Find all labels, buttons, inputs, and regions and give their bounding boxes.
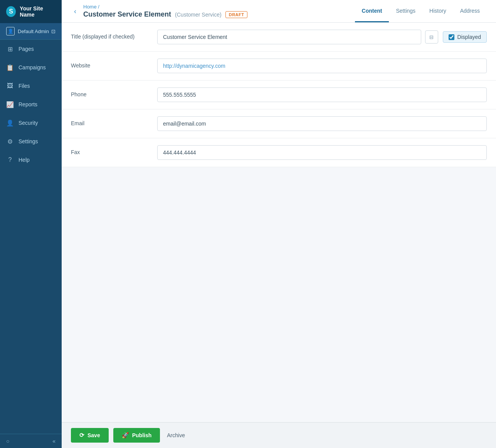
settings-icon: ⚙ [6,138,14,145]
archive-button[interactable]: Archive [165,428,187,442]
phone-input-wrap [157,87,487,102]
format-icon-button[interactable]: ⊟ [425,30,438,44]
sidebar-item-label: Help [18,157,30,163]
archive-label: Archive [167,432,185,438]
footer-circle: ○ [6,438,9,444]
content-area: Title (displayed if checked) ⊟ Displayed [62,23,496,422]
sidebar-bottom: ○ « [0,434,62,448]
sidebar-item-help[interactable]: ? Help [0,151,62,169]
user-icon: 👤 [6,27,15,35]
sidebar-item-label: Campaigns [18,64,46,70]
topbar: ‹ Home / Customer Service Element (Custo… [62,0,496,23]
footer-bar: ⟳ Save 🚀 Publish Archive [62,422,496,448]
title-area: Home / Customer Service Element (Custome… [83,4,247,18]
form-row-email: Email [62,109,496,138]
displayed-checkbox[interactable] [449,34,454,40]
fax-input-wrap [157,145,487,160]
publish-icon: 🚀 [122,432,129,439]
collapse-button[interactable]: « [52,438,55,444]
site-logo[interactable]: S Your Site Name [0,0,62,23]
sidebar-item-settings[interactable]: ⚙ Settings [0,132,62,151]
tab-history[interactable]: History [422,0,453,22]
publish-label: Publish [132,432,152,438]
sidebar-item-pages[interactable]: ⊞ Pages [0,40,62,58]
form-row-title: Title (displayed if checked) ⊟ Displayed [62,23,496,52]
sidebar-item-reports[interactable]: 📈 Reports [0,95,62,114]
save-icon: ⟳ [79,432,84,439]
logo-icon: S [6,6,16,17]
breadcrumb-home[interactable]: Home [83,4,97,10]
sidebar-item-label: Files [18,83,30,89]
label-website: Website [71,62,148,70]
tab-content[interactable]: Content [355,0,389,22]
website-input[interactable] [157,59,487,73]
pages-icon: ⊞ [6,45,14,53]
email-input[interactable] [157,116,487,131]
sidebar-item-campaigns[interactable]: 📋 Campaigns [0,58,62,77]
page-title: Customer Service Element [83,10,171,18]
displayed-label: Displayed [457,34,481,40]
form-row-fax: Fax [62,138,496,167]
title-input[interactable] [157,30,421,44]
sidebar-item-label: Settings [18,138,38,144]
label-email: Email [71,120,148,128]
security-icon: 👤 [6,119,14,127]
format-icon: ⊟ [429,34,434,40]
sidebar-footer: ○ « [0,434,62,448]
displayed-checkbox-label[interactable]: Displayed [443,31,487,43]
sidebar-item-label: Security [18,120,38,126]
fax-input[interactable] [157,145,487,160]
page-subtitle: (Customer Service) [175,12,222,18]
title-input-wrap: ⊟ Displayed [157,30,487,44]
tab-address[interactable]: Address [453,0,487,22]
sidebar-item-security[interactable]: 👤 Security [0,114,62,132]
save-label: Save [87,432,100,438]
user-info: 👤 Default Admin [6,27,49,35]
help-icon: ? [6,156,14,164]
tab-settings[interactable]: Settings [389,0,422,22]
save-button[interactable]: ⟳ Save [71,428,109,443]
user-bar[interactable]: 👤 Default Admin ⊡ [0,23,62,40]
files-icon: 🖼 [6,82,14,90]
form-section: Title (displayed if checked) ⊟ Displayed [62,23,496,167]
sidebar-item-label: Reports [18,101,37,107]
tab-bar: Content Settings History Address [355,0,487,22]
back-button[interactable]: ‹ [71,6,79,17]
website-input-wrap [157,59,487,73]
breadcrumb-separator: / [98,4,99,10]
phone-input[interactable] [157,87,487,102]
sidebar-item-files[interactable]: 🖼 Files [0,77,62,95]
reports-icon: 📈 [6,101,14,108]
site-name: Your Site Name [20,5,55,18]
campaigns-icon: 📋 [6,64,14,71]
draft-badge: DRAFT [225,11,248,18]
form-row-phone: Phone [62,81,496,109]
title-field-wrap: ⊟ [157,30,438,44]
label-title: Title (displayed if checked) [71,33,148,41]
main-content: ‹ Home / Customer Service Element (Custo… [62,0,496,448]
form-row-website: Website [62,52,496,81]
sidebar-item-label: Pages [18,46,34,52]
publish-button[interactable]: 🚀 Publish [113,428,160,443]
sidebar: S Your Site Name 👤 Default Admin ⊡ ⊞ Pag… [0,0,62,448]
label-fax: Fax [71,149,148,156]
email-input-wrap [157,116,487,131]
user-pages-icon: ⊡ [51,29,55,34]
topbar-left: ‹ Home / Customer Service Element (Custo… [71,4,247,18]
user-name: Default Admin [18,29,49,34]
label-phone: Phone [71,91,148,99]
breadcrumb: Home / [83,4,247,10]
